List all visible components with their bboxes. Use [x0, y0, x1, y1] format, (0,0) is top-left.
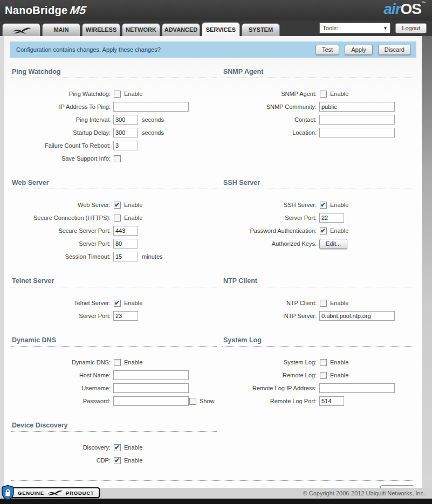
product-label: PRODUCT [66, 490, 94, 496]
section-snmp-agent: SNMP AgentSNMP Agent:EnableSNMP Communit… [222, 66, 415, 172]
tools-dropdown[interactable]: Tools: ▼ [319, 23, 390, 33]
show-checkbox[interactable] [189, 398, 196, 405]
section-ntp-client: NTP ClientNTP Client:EnableNTP Server: [222, 275, 415, 329]
ip-address-to-ping-input[interactable] [113, 102, 189, 112]
ssh-server-checkbox[interactable] [320, 202, 327, 209]
cdp-checkbox[interactable] [114, 457, 121, 464]
field-label: Remote Log IP Address: [222, 385, 319, 391]
airos-logo: airOS™ [383, 1, 426, 18]
ntp-client-checkbox[interactable] [320, 300, 327, 307]
tab-services[interactable]: SERVICES [202, 22, 240, 36]
tab-bar: MAINWIRELESSNETWORKADVANCEDSERVICESSYSTE… [2, 22, 280, 36]
section-rows: Discovery:EnableCDP:Enable [11, 432, 217, 474]
section-ssh-server: SSH ServerSSH Server:EnableServer Port:P… [222, 177, 415, 270]
form-row: Location: [222, 126, 415, 139]
field-label: Failure Count To Reboot: [11, 142, 113, 149]
password-authentication-checkbox[interactable] [320, 227, 327, 234]
form-row: Ping Interval:seconds [11, 113, 217, 126]
web-server-checkbox[interactable] [114, 202, 121, 209]
form-row: Discovery:Enable [11, 441, 217, 454]
ping-interval-input[interactable] [113, 115, 138, 125]
field-label: SNMP Community: [222, 103, 319, 110]
logout-button[interactable]: Logout [395, 23, 427, 33]
contact-input[interactable] [319, 115, 395, 125]
field-suffix: seconds [142, 116, 164, 123]
location-input[interactable] [319, 128, 395, 137]
tab-system[interactable]: SYSTEM [242, 23, 280, 36]
snmp-community-input[interactable] [319, 102, 395, 112]
section-rows: Telnet Server:EnableServer Port: [11, 287, 217, 329]
server-port-input[interactable] [113, 239, 138, 248]
field-label: Server Port: [222, 215, 319, 221]
tab-network[interactable]: NETWORK [122, 23, 160, 36]
checkbox-label: Enable [330, 91, 348, 97]
field-label: Telnet Server: [11, 300, 113, 306]
field-label: Discovery: [11, 444, 113, 451]
section-rows: Dynamic DNS:EnableHost Name:Username:Pas… [11, 347, 217, 415]
tab-main[interactable]: MAIN [42, 23, 80, 36]
save-support-info-checkbox[interactable] [114, 155, 121, 162]
checkbox-label: Enable [330, 202, 348, 208]
username-input[interactable] [113, 383, 189, 393]
tab-advanced[interactable]: ADVANCED [162, 23, 200, 36]
notification-message: Configuration contains changes. Apply th… [16, 46, 161, 53]
form-row: Contact: [222, 113, 415, 126]
checkbox-label: Enable [330, 359, 348, 365]
field-label: Server Port: [11, 313, 113, 319]
server-port-input[interactable] [113, 311, 138, 321]
field-label: Save Support Info: [11, 155, 113, 162]
discovery-checkbox[interactable] [114, 444, 121, 451]
settings-sections: Ping WatchdogPing Watchdog:EnableIP Addr… [11, 66, 415, 479]
checkbox-label: Enable [330, 300, 348, 306]
section-title: SNMP Agent [222, 66, 415, 78]
field-label: System Log: [222, 359, 319, 365]
field-label: Host Name: [11, 372, 113, 378]
main-content: Configuration contains changes. Apply th… [4, 36, 422, 488]
field-label: Remote Log: [222, 372, 319, 378]
snmp-agent-checkbox[interactable] [320, 91, 327, 98]
ping-watchdog-checkbox[interactable] [114, 91, 121, 98]
notification-buttons: TestApplyDiscard [316, 45, 411, 55]
form-row: NTP Client:Enable [222, 296, 415, 309]
device-logo: NanoBridgeM5 [5, 4, 86, 17]
field-label: Password Authentication: [222, 227, 319, 234]
ntp-server-input[interactable] [319, 311, 395, 321]
remote-log-port-input[interactable] [319, 396, 344, 406]
tools-dropdown-label: Tools: [323, 25, 338, 31]
failure-count-to-reboot-input[interactable] [113, 141, 138, 150]
checkbox-label: Enable [330, 227, 348, 234]
form-row: Authorized Keys:Edit... [222, 237, 415, 250]
form-row: CDP:Enable [11, 454, 217, 467]
test-button[interactable]: Test [316, 45, 339, 55]
form-row: Server Port: [222, 211, 415, 224]
checkbox-label: Enable [124, 300, 142, 306]
system-log-checkbox[interactable] [320, 359, 327, 366]
server-port-input[interactable] [319, 213, 344, 223]
discard-button[interactable]: Discard [378, 45, 411, 55]
remote-log-ip-address-input[interactable] [319, 383, 395, 393]
field-label: NTP Server: [222, 313, 319, 319]
checkbox-label: Enable [124, 359, 142, 365]
tab-logo[interactable] [2, 23, 40, 36]
form-row: Host Name: [11, 369, 217, 382]
form-row: SNMP Agent:Enable [222, 87, 415, 100]
field-label: CDP: [11, 457, 113, 464]
remote-log-checkbox[interactable] [320, 372, 327, 379]
host-name-input[interactable] [113, 370, 189, 380]
secure-server-port-input[interactable] [113, 226, 138, 236]
field-label: Startup Delay: [11, 129, 113, 136]
section-rows: SSH Server:EnableServer Port:Password Au… [222, 189, 415, 257]
telnet-server-checkbox[interactable] [114, 300, 121, 307]
form-row: IP Address To Ping: [11, 100, 217, 113]
startup-delay-input[interactable] [113, 128, 138, 137]
apply-button[interactable]: Apply [345, 45, 373, 55]
session-timeout-input[interactable] [113, 252, 138, 261]
tab-wireless[interactable]: WIRELESS [82, 23, 120, 36]
shield-lock-icon [1, 485, 15, 501]
form-row: Remote Log:Enable [222, 369, 415, 382]
dynamic-dns-checkbox[interactable] [114, 359, 121, 366]
authorized-keys-button[interactable]: Edit... [319, 239, 347, 249]
checkbox-label: Enable [124, 457, 142, 464]
password-input[interactable] [113, 396, 189, 406]
secure-connection-https-checkbox[interactable] [114, 215, 121, 222]
